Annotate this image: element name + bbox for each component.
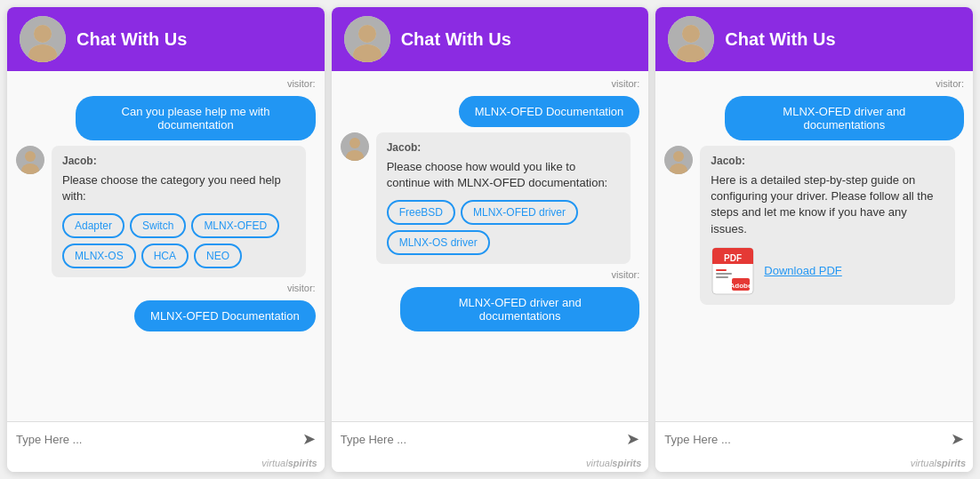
svg-point-22 bbox=[673, 151, 684, 162]
agent-content: Jacob:Please choose how would you like t… bbox=[376, 132, 631, 264]
footer-brand-bold: spirits bbox=[288, 458, 317, 468]
pdf-icon: PDF Adobe bbox=[711, 246, 755, 296]
svg-text:PDF: PDF bbox=[724, 253, 742, 263]
svg-rect-29 bbox=[716, 273, 732, 275]
header-avatar bbox=[668, 16, 714, 62]
tag-button[interactable]: MLNX-OS bbox=[62, 243, 136, 268]
tag-button[interactable]: HCA bbox=[141, 243, 189, 268]
svg-rect-30 bbox=[716, 276, 728, 278]
footer-brand-regular: virtual bbox=[586, 458, 612, 468]
agent-message-row: Jacob:Here is a detailed step-by-step gu… bbox=[664, 146, 964, 305]
tag-button[interactable]: FreeBSD bbox=[387, 200, 455, 225]
tag-button[interactable]: MLNX-OFED bbox=[191, 213, 279, 238]
chat-title: Chat With Us bbox=[401, 29, 511, 50]
chat-footer: virtualspirits bbox=[332, 456, 649, 472]
agent-name: Jacob: bbox=[387, 141, 620, 154]
tag-button[interactable]: Switch bbox=[130, 213, 186, 238]
svg-text:Adobe: Adobe bbox=[730, 282, 752, 290]
header-avatar bbox=[344, 16, 390, 62]
chat-messages: visitor:MLNX-OFED Documentation Jacob:Pl… bbox=[332, 71, 649, 421]
svg-point-3 bbox=[34, 25, 52, 43]
agent-name: Jacob: bbox=[711, 155, 944, 167]
chat-window-1: Chat With Us visitor:Can you please help… bbox=[7, 7, 325, 472]
download-pdf-link[interactable]: Download PDF bbox=[764, 264, 841, 277]
footer-brand-regular: virtual bbox=[261, 458, 287, 468]
chat-window-3: Chat With Us visitor:MLNX-OFED driver an… bbox=[655, 7, 973, 472]
footer-brand-bold: spirits bbox=[612, 458, 641, 468]
chat-messages: visitor:Can you please help me with docu… bbox=[7, 71, 325, 421]
agent-message-row: Jacob:Please choose the category you nee… bbox=[16, 146, 316, 277]
chat-input[interactable] bbox=[341, 433, 620, 446]
svg-point-14 bbox=[349, 138, 360, 148]
tag-button[interactable]: MLNX-OFED driver bbox=[461, 200, 578, 225]
tag-button[interactable]: Adapter bbox=[62, 213, 125, 238]
svg-rect-28 bbox=[716, 269, 727, 271]
chat-messages: visitor:MLNX-OFED driver and documentati… bbox=[655, 71, 973, 421]
visitor-label: visitor: bbox=[16, 283, 316, 293]
visitor-label: visitor: bbox=[341, 269, 640, 280]
send-button[interactable]: ➤ bbox=[951, 429, 964, 449]
agent-message-row: Jacob:Please choose how would you like t… bbox=[341, 132, 640, 264]
agent-text: Please choose the category you need help… bbox=[62, 172, 295, 204]
agent-content: Jacob:Here is a detailed step-by-step gu… bbox=[700, 146, 954, 305]
chat-title: Chat With Us bbox=[76, 29, 187, 50]
chat-input-area: ➤ bbox=[7, 421, 325, 456]
send-button[interactable]: ➤ bbox=[302, 429, 316, 449]
svg-point-11 bbox=[358, 25, 376, 43]
tags-container: AdapterSwitchMLNX-OFEDMLNX-OSHCANEO bbox=[62, 213, 295, 268]
send-button[interactable]: ➤ bbox=[626, 429, 639, 449]
svg-point-19 bbox=[682, 25, 700, 43]
agent-name: Jacob: bbox=[62, 155, 295, 167]
visitor-bubble: Can you please help me with documentatio… bbox=[76, 96, 315, 140]
tags-container: FreeBSDMLNX-OFED driverMLNX-OS driver bbox=[387, 200, 620, 255]
visitor-bubble: MLNX-OFED Documentation bbox=[134, 300, 316, 331]
visitor-label: visitor: bbox=[16, 78, 316, 89]
visitor-bubble: MLNX-OFED driver and documentations bbox=[725, 96, 964, 140]
chat-footer: virtualspirits bbox=[7, 456, 325, 472]
tag-button[interactable]: MLNX-OS driver bbox=[387, 230, 490, 255]
chat-input-area: ➤ bbox=[655, 421, 973, 456]
chat-footer: virtualspirits bbox=[655, 456, 973, 472]
svg-point-6 bbox=[25, 151, 36, 162]
chat-header: Chat With Us bbox=[655, 7, 973, 71]
agent-text: Please choose how would you like to cont… bbox=[387, 159, 620, 191]
visitor-bubble: MLNX-OFED driver and documentations bbox=[400, 287, 639, 331]
chat-input[interactable] bbox=[664, 433, 944, 446]
footer-brand-bold: spirits bbox=[936, 458, 966, 468]
visitor-label: visitor: bbox=[341, 78, 640, 89]
chat-title: Chat With Us bbox=[725, 29, 835, 50]
chat-input[interactable] bbox=[16, 433, 295, 446]
agent-content: Jacob:Please choose the category you nee… bbox=[52, 146, 306, 277]
footer-brand-regular: virtual bbox=[911, 458, 936, 468]
chat-header: Chat With Us bbox=[7, 7, 325, 71]
chat-header: Chat With Us bbox=[332, 7, 649, 71]
header-avatar bbox=[20, 16, 66, 62]
chat-input-area: ➤ bbox=[332, 421, 649, 456]
agent-avatar bbox=[664, 146, 693, 174]
tag-button[interactable]: NEO bbox=[194, 243, 242, 268]
agent-text: Here is a detailed step-by-step guide on… bbox=[711, 172, 944, 237]
chat-window-2: Chat With Us visitor:MLNX-OFED Documenta… bbox=[332, 7, 649, 472]
agent-avatar bbox=[16, 146, 44, 174]
visitor-label: visitor: bbox=[664, 78, 964, 89]
pdf-container: PDF Adobe Download PDF bbox=[711, 246, 944, 296]
visitor-bubble: MLNX-OFED Documentation bbox=[459, 96, 640, 127]
agent-avatar bbox=[341, 132, 369, 161]
